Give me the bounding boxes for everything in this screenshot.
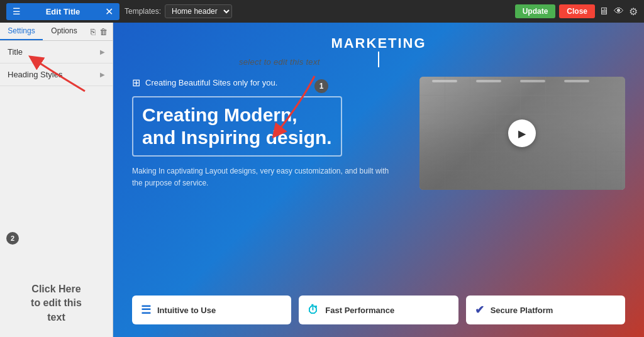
panel-title-bar: ☰ Edit Title ✕: [6, 3, 119, 20]
feature-btn-performance-label: Fast Performance: [325, 306, 394, 315]
feature-btn-intuitive[interactable]: ☰ Intuitive to Use: [132, 296, 291, 324]
content-area: Marketing ⊞ Creating Beautiful Sites onl…: [113, 23, 644, 337]
subtitle-icon: ⊞: [132, 77, 140, 89]
close-button[interactable]: Close: [559, 4, 595, 18]
play-button[interactable]: ▶: [508, 119, 536, 147]
feature-btn-secure[interactable]: ✔ Secure Platform: [466, 296, 625, 324]
tab-settings[interactable]: Settings: [0, 23, 43, 40]
templates-select[interactable]: Home header: [165, 4, 232, 18]
website-preview: Marketing ⊞ Creating Beautiful Sites onl…: [113, 23, 644, 337]
hero-description: Making In captivating Layout designs, ve…: [132, 165, 396, 189]
hero-right: ▶: [419, 77, 625, 190]
video-thumbnail[interactable]: ▶: [419, 77, 625, 190]
hero-section: ⊞ Creating Beautiful Sites only for you.…: [132, 77, 625, 283]
delete-icon[interactable]: 🗑: [99, 27, 108, 36]
subtitle-row: ⊞ Creating Beautiful Sites only for you.: [132, 77, 407, 89]
panel-title: Edit Title: [25, 7, 101, 16]
annotation-number-2: 2: [6, 232, 19, 245]
copy-icon[interactable]: ⎘: [91, 27, 96, 36]
top-bar-actions: Update Close 🖥 👁 ⚙: [515, 4, 638, 18]
main-layout: Settings Options ⎘ 🗑 Title ▶ Heading Sty…: [0, 23, 644, 337]
eye-icon[interactable]: 👁: [614, 6, 624, 17]
sidebar-item-heading-styles[interactable]: Heading Styles ▶: [0, 64, 113, 86]
sidebar-item-title-label: Title: [8, 47, 23, 57]
hero-left: ⊞ Creating Beautiful Sites only for you.…: [132, 77, 407, 189]
tab-options[interactable]: Options: [43, 23, 86, 40]
panel-close-icon[interactable]: ✕: [105, 6, 113, 18]
arrow-right-icon: ▶: [100, 48, 105, 55]
checkmark-icon: ✔: [475, 303, 484, 317]
hamburger-icon[interactable]: ☰: [13, 6, 21, 16]
list-icon: ☰: [141, 303, 151, 317]
arrow-right-icon-2: ▶: [100, 71, 105, 78]
sidebar: Settings Options ⎘ 🗑 Title ▶ Heading Sty…: [0, 23, 113, 337]
hero-heading-line1: Creating Modern,: [142, 104, 297, 125]
sidebar-tabs: Settings Options ⎘ 🗑: [0, 23, 113, 41]
annotation-click-here: Click Hereto edit thistext: [6, 282, 106, 324]
templates-area: Templates: Home header: [125, 4, 510, 18]
subtitle-text: Creating Beautiful Sites only for you.: [145, 78, 277, 87]
hero-heading[interactable]: Creating Modern, and Inspiring design.: [132, 96, 342, 157]
feature-btn-secure-label: Secure Platform: [491, 306, 553, 315]
monitor-icon[interactable]: 🖥: [599, 6, 609, 17]
update-button[interactable]: Update: [515, 4, 556, 18]
settings-icon[interactable]: ⚙: [629, 6, 638, 18]
feature-buttons: ☰ Intuitive to Use ⏱ Fast Performance ✔ …: [132, 296, 625, 324]
speedometer-icon: ⏱: [308, 304, 319, 317]
hero-heading-line2: and Inspiring design.: [142, 127, 332, 148]
feature-btn-intuitive-label: Intuitive to Use: [157, 306, 216, 315]
sidebar-item-title[interactable]: Title ▶: [0, 41, 113, 64]
top-bar: ☰ Edit Title ✕ Templates: Home header Up…: [0, 0, 644, 23]
sidebar-item-heading-styles-label: Heading Styles: [8, 70, 62, 79]
marketing-header: Marketing: [331, 35, 426, 51]
top-bar-icons: 🖥 👁 ⚙: [599, 6, 638, 18]
templates-label: Templates:: [125, 7, 161, 16]
feature-btn-performance[interactable]: ⏱ Fast Performance: [299, 296, 458, 324]
